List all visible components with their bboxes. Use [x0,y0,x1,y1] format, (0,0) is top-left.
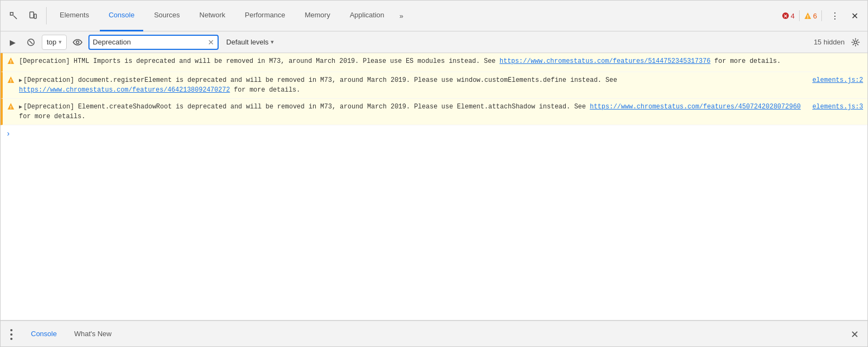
console-prompt[interactable]: › [1,125,867,143]
tab-elements[interactable]: Elements [51,1,98,31]
tab-application[interactable]: Application [341,1,393,31]
inspect-element-button[interactable] [5,7,22,24]
source-link[interactable]: elements.js:2 [812,75,863,85]
svg-line-8 [29,41,33,44]
warning-icon: ! [7,57,15,68]
svg-rect-1 [30,12,34,18]
tab-memory[interactable]: Memory [296,1,339,31]
error-count: ✕ 4 [782,12,795,20]
toolbar-right: ✕ 4 ! 6 ⋮ ✕ [782,7,863,24]
svg-text:!: ! [9,60,12,65]
warning-icon: ! [7,102,15,114]
log-message-content: [Deprecation] HTML Imports is deprecated… [19,56,863,66]
svg-rect-2 [34,14,36,18]
close-devtools-button[interactable]: ✕ [846,7,863,24]
expand-triangle[interactable]: ▶ [19,104,22,110]
console-toolbar: ▶ top ▾ ✕ Default levels ▾ 15 hidden [1,31,867,53]
filter-input-wrapper[interactable]: ✕ [88,35,219,50]
bottom-bar: Console What's New ✕ [1,320,867,347]
close-drawer-button[interactable]: ✕ [846,326,863,343]
more-tabs-button[interactable]: » [395,1,407,31]
warning-icon: ! [7,76,15,87]
log-message-content: ▶[Deprecation] document.registerElement … [19,75,808,95]
warning-count: ! 6 [804,12,817,20]
chromestatus-link[interactable]: https://www.chromestatus.com/features/51… [500,57,711,65]
tab-network[interactable]: Network [191,1,234,31]
svg-text:✕: ✕ [783,14,788,19]
svg-text:!: ! [9,79,12,83]
log-entry: ![Deprecation] HTML Imports is deprecate… [1,53,867,72]
top-toolbar: Elements Console Sources Network Perform… [1,1,867,31]
console-area[interactable]: ![Deprecation] HTML Imports is deprecate… [1,53,867,320]
svg-text:!: ! [9,105,12,110]
bottom-dots-menu[interactable] [5,326,18,343]
show-sidebar-button[interactable]: ▶ [5,35,20,50]
filter-input[interactable] [93,38,206,46]
svg-point-9 [76,41,79,43]
clear-console-button[interactable] [23,35,39,50]
bottom-tab-whats-new[interactable]: What's New [66,321,120,348]
filter-clear-button[interactable]: ✕ [208,38,214,46]
badge-divider [799,10,800,21]
svg-rect-0 [10,12,13,15]
source-link[interactable]: elements.js:3 [812,102,863,112]
chromestatus-link[interactable]: https://www.chromestatus.com/features/46… [19,86,230,94]
toolbar-divider-1 [46,7,47,24]
log-message-content: ▶[Deprecation] Element.createShadowRoot … [19,102,808,121]
tab-sources[interactable]: Sources [145,1,189,31]
tab-performance[interactable]: Performance [236,1,293,31]
bottom-tab-console[interactable]: Console [22,321,66,348]
svg-text:!: ! [807,14,808,20]
badge-divider-2 [821,10,822,21]
eye-button[interactable] [70,35,85,50]
more-options-button[interactable]: ⋮ [826,7,844,24]
prompt-caret: › [6,130,10,138]
expand-triangle[interactable]: ▶ [19,78,22,83]
console-settings-button[interactable] [848,35,863,50]
hidden-count: 15 hidden [814,38,845,46]
log-entry: !▶[Deprecation] document.registerElement… [1,72,867,99]
device-toggle-button[interactable] [24,7,42,24]
tab-console[interactable]: Console [100,1,143,31]
svg-point-10 [854,41,857,43]
chromestatus-link[interactable]: https://www.chromestatus.com/features/45… [590,103,801,111]
log-entry: !▶[Deprecation] Element.createShadowRoot… [1,99,867,125]
context-selector[interactable]: top ▾ [42,35,67,50]
default-levels-button[interactable]: Default levels ▾ [222,35,278,50]
